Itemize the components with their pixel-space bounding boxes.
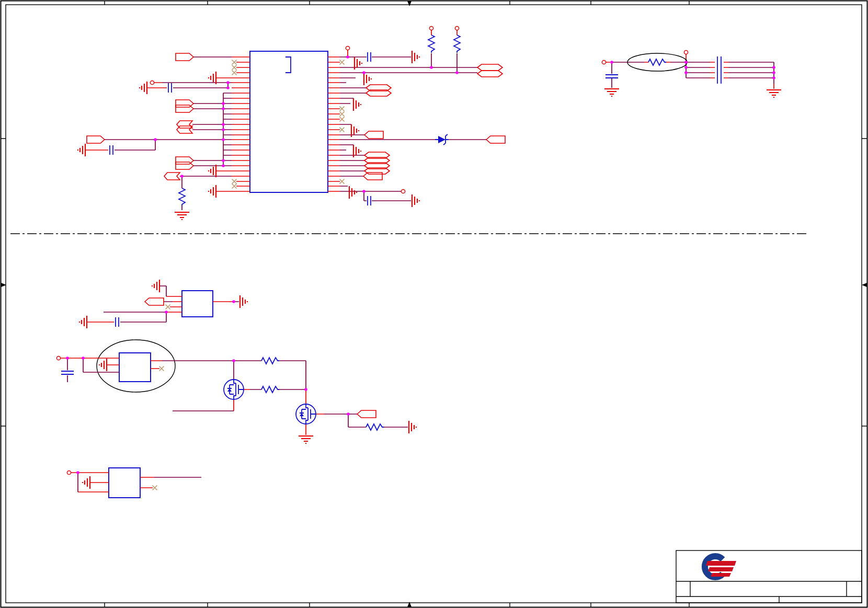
inner-border [6, 5, 862, 603]
junction-dot [222, 159, 225, 162]
junction-dot [362, 71, 366, 74]
ground-symbol [140, 82, 147, 94]
junction-dot [304, 388, 307, 391]
no-connect-x [232, 71, 237, 75]
resistor [261, 358, 279, 364]
ground-symbol [152, 280, 159, 292]
junction-dot [76, 471, 79, 474]
terminal-circle [150, 81, 154, 84]
port-arrow-left [357, 410, 376, 418]
junction-dot [222, 128, 225, 131]
no-connect-x [232, 184, 237, 189]
wire-segments-dark [67, 358, 408, 427]
no-connect-x [166, 305, 170, 309]
junction-dot [154, 138, 157, 141]
ground-symbol [83, 476, 90, 489]
junction-dot [772, 66, 775, 69]
center-marker-arrows [1, 1, 867, 607]
junction-dot [232, 359, 235, 362]
ground-symbol [79, 316, 87, 328]
ic-left-connections [78, 53, 250, 220]
pullup-resistor [428, 35, 435, 53]
no-connect-x [340, 107, 345, 111]
wire-segments-dark [340, 53, 486, 201]
port-arrow-left [177, 126, 192, 133]
junction-dot [222, 138, 225, 141]
junction-dot [66, 357, 69, 360]
mosfet [296, 404, 316, 424]
no-connect-x [232, 60, 237, 65]
resistor [179, 188, 185, 206]
junction-dot [222, 107, 225, 110]
highlight-ellipse [97, 340, 175, 392]
ic-a-body [182, 291, 213, 317]
ground-symbol [409, 421, 416, 433]
pullup-resistor [454, 35, 460, 53]
ground-symbol [209, 165, 216, 177]
junction-dot [772, 76, 775, 79]
junction-dot [346, 55, 349, 59]
no-connect-x [340, 60, 345, 65]
junction-dot [226, 81, 230, 84]
outer-border [1, 1, 867, 607]
capacitor [61, 371, 74, 374]
wire-segments-red [71, 473, 154, 492]
wire-segments-dark [104, 286, 239, 322]
sheet-frame [1, 1, 867, 607]
zone-tick-marks [1, 1, 867, 607]
capacitor [168, 83, 172, 93]
junction-dot [684, 66, 688, 69]
junction-dot [180, 175, 184, 178]
junction-dot [455, 71, 459, 74]
junction-dot [232, 300, 235, 303]
capacitor [368, 196, 371, 205]
no-connect-x [232, 65, 237, 70]
junction-dot [362, 190, 366, 193]
port-arrow [176, 105, 193, 112]
terminal-circle [455, 26, 459, 30]
ground-symbol [412, 51, 419, 63]
capacitor-bank [717, 56, 721, 84]
wire-segments-red [61, 358, 324, 435]
wire-segments-red [328, 30, 457, 191]
terminal-circle [56, 356, 60, 360]
ground-symbol [78, 144, 85, 156]
ground-symbol [240, 295, 247, 308]
no-connect-x [159, 366, 164, 371]
port-arrow-left [363, 173, 382, 180]
ground-symbol [364, 73, 371, 85]
ground-symbol [175, 212, 189, 220]
junction-dot [684, 71, 688, 74]
no-connect-x [340, 179, 345, 184]
ic-b-body [119, 353, 151, 382]
port-arrow [87, 136, 105, 143]
wire-segments-dark [612, 59, 774, 88]
wire-segments-red [606, 54, 774, 89]
junction-dot [165, 311, 168, 314]
port-arrow [176, 162, 193, 169]
junction-dot [610, 61, 613, 64]
terminal-circle [67, 471, 71, 474]
ic-c-body [109, 468, 140, 498]
terminal-circle [401, 189, 405, 193]
zener-diode [435, 134, 449, 145]
port-arrow-left [145, 298, 164, 305]
terminal-circle [684, 50, 688, 54]
ground-symbol [99, 359, 107, 371]
main-ic [250, 51, 328, 192]
terminal-circle [602, 60, 606, 64]
junction-dot [226, 86, 230, 89]
title-block-dividers [676, 581, 862, 603]
series-resistor [648, 59, 666, 65]
ground-symbol [767, 90, 781, 97]
no-connect-x [153, 486, 157, 490]
rc-filter-network [602, 50, 781, 97]
bidirectional-port [477, 71, 502, 77]
mosfet [224, 380, 244, 399]
port-arrow [176, 53, 193, 61]
wire-segments-dark [105, 57, 232, 210]
junction-dot [347, 412, 350, 416]
no-connect-x [340, 112, 345, 117]
small-ic-a-circuit [79, 280, 247, 328]
company-logo [705, 556, 736, 577]
